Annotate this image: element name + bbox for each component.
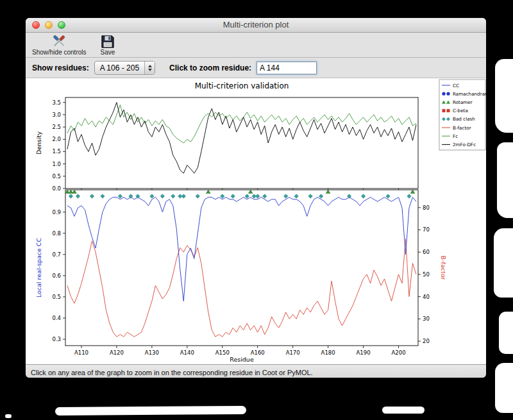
y-tick-label: 3.0: [52, 112, 61, 118]
y-tick-label: 80: [423, 205, 430, 211]
y-tick-label: 1.0: [52, 161, 61, 167]
scan-artifact: [55, 406, 246, 416]
show-hide-controls-button[interactable]: Show/hide controls: [32, 34, 87, 56]
scan-artifact: [495, 59, 513, 133]
statusbar: Click on any area of the graph to zoom i…: [26, 364, 486, 378]
legend-marker: [447, 109, 450, 112]
y-tick-label: 50: [423, 271, 430, 278]
legend-label: CC: [453, 83, 459, 88]
legend-marker: [442, 109, 446, 112]
x-tick-label: A130: [145, 349, 159, 356]
plot-region[interactable]: Multi-criterion validationResidueA110A12…: [26, 78, 486, 364]
x-tick-label: A110: [74, 349, 88, 356]
legend-label: Ramachandran: [453, 91, 486, 97]
y-tick-label: 3.5: [52, 99, 61, 106]
titlebar[interactable]: Multi-criterion plot: [26, 18, 486, 33]
save-button[interactable]: Save: [101, 34, 115, 56]
legend-label: Bad clash: [453, 116, 475, 122]
y-tick-label: 0.3: [52, 336, 61, 342]
chart-title: Multi-criterion validation: [195, 81, 289, 90]
x-tick-label: A150: [215, 349, 230, 356]
zoom-residue-label: Click to zoom residue:: [169, 63, 251, 72]
x-axis-label: Residue: [230, 356, 254, 363]
y-tick-label: 70: [423, 226, 430, 233]
y-tick-label: 0.5: [52, 173, 61, 180]
stepper-icon: [144, 62, 155, 74]
legend-label: C-beta: [453, 108, 468, 113]
y-tick-label: 0.5: [52, 294, 61, 300]
show-residues-value: A 106 - 205: [95, 63, 144, 72]
status-text: Click on any area of the graph to zoom i…: [31, 369, 313, 376]
x-tick-label: A170: [286, 349, 300, 356]
floppy-icon: [101, 34, 115, 49]
legend-label: 2mFo-DFc: [453, 142, 476, 147]
validation-chart[interactable]: Multi-criterion validationResidueA110A12…: [26, 78, 486, 364]
scan-artifact: [495, 363, 513, 413]
scan-artifact: [497, 142, 513, 218]
legend-label: Rotamer: [453, 99, 473, 105]
scan-artifact: [494, 228, 513, 298]
y-tick-label: 0.6: [52, 273, 61, 279]
y-tick-label: 60: [423, 249, 430, 255]
legend-marker: [442, 92, 445, 96]
y-tick-label: 0.7: [52, 251, 61, 258]
window-title: Multi-criterion plot: [26, 18, 486, 32]
controls-bar: Show residues: A 106 - 205 Click to zoom…: [26, 58, 486, 78]
y-tick-label: 2.5: [52, 124, 61, 130]
x-tick-label: A200: [392, 349, 406, 356]
show-residues-label: Show residues:: [32, 63, 89, 72]
desktop-background: Multi-criterion plot S: [0, 0, 513, 420]
y-tick-label: 40: [423, 294, 430, 300]
density-axis-label: Density: [35, 131, 42, 155]
x-tick-label: A190: [357, 349, 371, 356]
legend-box: [439, 80, 485, 150]
x-tick-label: A180: [321, 349, 335, 356]
legend-label: B-factor: [453, 125, 471, 131]
x-tick-label: A160: [251, 349, 265, 356]
top-plot-frame: [65, 97, 418, 189]
tools-icon: [51, 34, 67, 49]
x-tick-label: A120: [110, 349, 124, 356]
x-tick-label: A140: [180, 349, 194, 356]
scan-artifact: [382, 407, 425, 414]
y-tick-label: 0.8: [52, 230, 61, 237]
y-tick-label: 0.9: [52, 209, 61, 215]
tool-label: Save: [101, 49, 115, 56]
tool-label: Show/hide controls: [32, 49, 87, 56]
y-tick-label: 20: [423, 338, 430, 344]
show-residues-select[interactable]: A 106 - 205: [94, 61, 155, 75]
toolbar: Show/hide controls Save: [26, 33, 486, 58]
cc-axis-label: Local real-space CC: [35, 238, 42, 298]
scan-artifact: [5, 414, 12, 418]
y-tick-label: 1.5: [52, 148, 61, 155]
y-tick-label: 0.0: [52, 185, 61, 192]
legend-marker: [446, 92, 450, 96]
bottom-plot-frame: [65, 190, 418, 346]
b-factor-axis-label: B-factor: [440, 256, 447, 280]
y-tick-label: 2.0: [52, 136, 61, 142]
app-window: Multi-criterion plot S: [26, 18, 486, 378]
zoom-residue-input[interactable]: [256, 62, 317, 74]
y-tick-label: 30: [423, 315, 430, 322]
y-tick-label: 0.4: [52, 315, 61, 321]
legend-label: Fc: [453, 133, 458, 139]
scan-artifact: [499, 312, 513, 354]
